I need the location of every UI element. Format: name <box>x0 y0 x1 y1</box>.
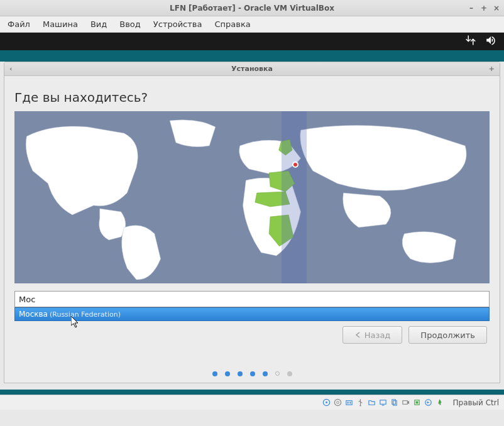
menu-help[interactable]: Справка <box>214 19 250 29</box>
network-icon[interactable] <box>344 398 353 407</box>
clipboard-icon[interactable] <box>390 398 398 407</box>
back-button[interactable]: Назад <box>342 326 403 344</box>
menubar: Файл Машина Вид Ввод Устройства Справка <box>0 16 504 33</box>
arrow-left-icon <box>354 331 362 339</box>
vm-state-icon[interactable] <box>424 398 432 407</box>
progress-dot <box>238 371 243 376</box>
back-label: Назад <box>364 330 391 340</box>
progress-dot <box>275 371 280 376</box>
suggestion-country: (Russian Federation) <box>50 310 121 319</box>
svg-rect-12 <box>403 401 407 405</box>
installer-title: Установка <box>231 65 273 73</box>
vm-statusbar: Правый Ctrl <box>0 395 504 410</box>
svg-rect-10 <box>392 400 396 404</box>
window-titlebar: LFN [Работает] - Oracle VM VirtualBox – … <box>0 0 504 16</box>
svg-point-2 <box>326 401 327 403</box>
location-input-row: Москва (Russian Federation) <box>14 291 490 307</box>
svg-point-3 <box>334 399 341 405</box>
svg-rect-5 <box>346 401 352 405</box>
location-suggestion[interactable]: Москва (Russian Federation) <box>14 307 490 321</box>
page-heading: Где вы находитесь? <box>14 90 490 105</box>
progress-dot <box>263 371 268 376</box>
continue-button[interactable]: Продолжить <box>408 326 487 344</box>
window-close-button[interactable]: × <box>493 4 500 13</box>
maximize-icon[interactable]: + <box>489 65 495 73</box>
menu-view[interactable]: Вид <box>90 19 107 29</box>
svg-point-4 <box>337 401 339 404</box>
record-icon[interactable] <box>401 398 410 407</box>
menu-file[interactable]: Файл <box>8 19 30 29</box>
suggestion-city: Москва <box>19 310 48 319</box>
shared-folder-icon[interactable] <box>367 398 376 407</box>
progress-dot <box>225 371 230 376</box>
hostkey-label: Правый Ctrl <box>452 398 499 407</box>
network-indicator-icon[interactable] <box>465 35 476 48</box>
menu-machine[interactable]: Машина <box>43 19 78 29</box>
volume-icon[interactable] <box>485 35 496 48</box>
mouse-capture-icon[interactable] <box>435 398 444 407</box>
guest-topbar <box>0 33 504 50</box>
progress-dot <box>212 371 217 376</box>
timezone-map[interactable] <box>14 111 490 283</box>
timezone-highlight <box>282 111 307 283</box>
guest-accent-bar-bottom <box>0 390 504 395</box>
svg-rect-9 <box>380 400 386 405</box>
svg-rect-6 <box>348 402 349 404</box>
progress-dot <box>250 371 255 376</box>
svg-rect-14 <box>416 401 419 404</box>
menu-devices[interactable]: Устройства <box>153 19 202 29</box>
location-input[interactable] <box>14 291 490 307</box>
progress-dots <box>14 371 490 376</box>
usb-icon[interactable] <box>356 398 364 407</box>
guest-accent-bar <box>0 50 504 62</box>
continue-label: Продолжить <box>420 330 475 340</box>
window-minimize-button[interactable]: – <box>468 4 475 13</box>
window-maximize-button[interactable]: + <box>480 4 488 13</box>
window-title: LFN [Работает] - Oracle VM VirtualBox <box>170 4 334 13</box>
progress-dot <box>287 371 292 376</box>
installer-titlebar[interactable]: ‹ Установка + <box>4 62 500 76</box>
location-pin-icon <box>292 161 299 168</box>
menu-input[interactable]: Ввод <box>119 19 141 29</box>
svg-point-8 <box>359 405 361 406</box>
display-icon[interactable] <box>378 398 387 407</box>
hdd-icon[interactable] <box>322 398 331 407</box>
svg-rect-7 <box>349 402 351 404</box>
cpu-icon[interactable] <box>412 398 421 407</box>
installer-window: ‹ Установка + Где вы находитесь? <box>4 62 500 383</box>
optical-icon[interactable] <box>333 398 342 407</box>
svg-rect-11 <box>393 401 397 405</box>
chevron-left-icon[interactable]: ‹ <box>9 65 13 73</box>
